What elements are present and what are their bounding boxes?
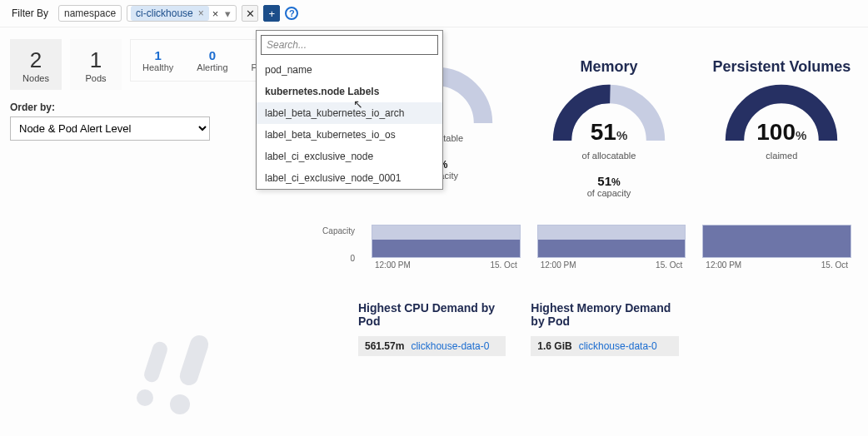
dropdown-section-header: kubernetes.node Labels (257, 81, 442, 102)
x-tick: 15. Oct (490, 260, 516, 270)
area-chart (372, 225, 521, 258)
y-label-zero: 0 (317, 254, 355, 263)
filter-value-chip[interactable]: ci-clickhouse × (131, 6, 209, 21)
filter-by-label: Filter By (7, 6, 53, 21)
dropdown-item-exclusive-node[interactable]: label_ci_exclusive_node (257, 146, 442, 167)
plus-icon: + (269, 7, 276, 20)
pv-sub: claimed (704, 151, 860, 161)
x-tick: 12:00 PM (706, 260, 741, 270)
clear-field-icon[interactable]: × (209, 7, 222, 20)
memory-demand-value: 1.6 GiB (537, 340, 571, 352)
pct-label: % (796, 128, 806, 142)
pods-count: 1 (82, 47, 110, 73)
area-chart (537, 225, 686, 258)
memory-cap: 51 (597, 174, 611, 188)
pv-gauge: 100% (723, 82, 840, 149)
memory-gauge: 51% (551, 82, 667, 149)
nodes-count: 2 (22, 47, 50, 73)
order-by-select[interactable]: Node & Pod Alert Level (10, 116, 210, 141)
close-icon: ✕ (246, 7, 255, 20)
pv-title: Persistent Volumes (704, 58, 860, 76)
x-tick: 12:00 PM (541, 260, 576, 270)
cpu-demand-col: Highest CPU Demand by Pod 561.57m clickh… (358, 301, 506, 356)
alerting-stat[interactable]: 0 Alerting (185, 45, 239, 76)
pv-value: 100 (756, 119, 796, 145)
add-filter-button[interactable]: + (263, 5, 280, 22)
spark-y-labels: Capacity 0 (317, 225, 355, 263)
search-input[interactable] (261, 35, 438, 55)
pct-label: % (611, 176, 621, 188)
x-tick: 12:00 PM (375, 260, 411, 270)
memory-demand-pod-link[interactable]: clickhouse-data-0 (579, 340, 657, 352)
pods-label: Pods (82, 73, 110, 83)
pct-label: % (616, 128, 627, 142)
help-icon[interactable]: ? (285, 7, 298, 20)
alerting-label: Alerting (197, 62, 227, 72)
pv-demand-col-empty (704, 301, 851, 356)
pv-gauge-col: Persistent Volumes 100% claimed (704, 58, 860, 198)
memory-cap-sub: of capacity (531, 188, 686, 198)
remove-tag-icon[interactable]: × (198, 7, 204, 19)
filter-value-text: ci-clickhouse (136, 7, 193, 19)
filter-bar: Filter By namespace ci-clickhouse × × ▾ … (0, 0, 868, 27)
healthy-label: Healthy (142, 62, 173, 72)
pv-sparkline[interactable]: 12:00 PM15. Oct (702, 225, 851, 270)
pods-stat[interactable]: 1 Pods (70, 39, 122, 90)
cpu-demand-value: 561.57m (365, 340, 404, 352)
dropdown-item-pod-name[interactable]: pod_name (257, 59, 442, 81)
memory-gauge-col: Memory 51% of allocatable 51% of capacit… (531, 58, 686, 198)
cpu-sparkline[interactable]: 12:00 PM15. Oct (372, 225, 521, 270)
remove-filter-button[interactable]: ✕ (242, 5, 258, 22)
healthy-count: 1 (142, 48, 173, 62)
chevron-down-icon[interactable]: ▾ (222, 7, 234, 20)
svg-point-3 (170, 394, 190, 414)
x-tick: 15. Oct (821, 260, 848, 270)
memory-value: 51 (591, 119, 616, 145)
dropdown-item-exclusive-node-0001[interactable]: label_ci_exclusive_node_0001 (257, 167, 442, 189)
demand-section: Highest CPU Demand by Pod 561.57m clickh… (358, 301, 851, 356)
memory-demand-col: Highest Memory Demand by Pod 1.6 GiB cli… (531, 301, 678, 356)
filter-key-text: namespace (64, 7, 116, 19)
healthy-stat[interactable]: 1 Healthy (131, 45, 185, 76)
alerting-count: 0 (197, 48, 227, 62)
memory-demand-title: Highest Memory Demand by Pod (531, 301, 678, 328)
cpu-demand-title: Highest CPU Demand by Pod (358, 301, 506, 328)
memory-sparkline[interactable]: 12:00 PM15. Oct (537, 225, 686, 270)
dropdown-item-arch[interactable]: label_beta_kubernetes_io_arch (257, 102, 442, 124)
filter-autocomplete-dropdown: pod_name kubernetes.node Labels label_be… (256, 30, 443, 190)
empty-state-icon (133, 333, 233, 419)
svg-rect-2 (177, 333, 211, 388)
y-label-capacity: Capacity (317, 226, 355, 235)
cpu-demand-row[interactable]: 561.57m clickhouse-data-0 (358, 336, 506, 356)
filter-key-chip[interactable]: namespace (58, 5, 122, 22)
memory-sub: of allocatable (531, 151, 686, 161)
filter-value-group: ci-clickhouse × × ▾ (127, 5, 237, 22)
area-chart (702, 225, 851, 258)
dropdown-item-os[interactable]: label_beta_kubernetes_io_os (257, 124, 442, 146)
nodes-label: Nodes (22, 73, 50, 83)
memory-title: Memory (531, 58, 686, 76)
sparkline-row: Capacity 0 12:00 PM15. Oct 12:00 PM15. O… (317, 225, 851, 270)
nodes-stat[interactable]: 2 Nodes (10, 39, 62, 90)
cpu-demand-pod-link[interactable]: clickhouse-data-0 (411, 340, 489, 352)
svg-point-1 (137, 389, 153, 406)
memory-demand-row[interactable]: 1.6 GiB clickhouse-data-0 (531, 336, 678, 356)
svg-rect-0 (142, 339, 170, 384)
x-tick: 15. Oct (656, 260, 682, 270)
